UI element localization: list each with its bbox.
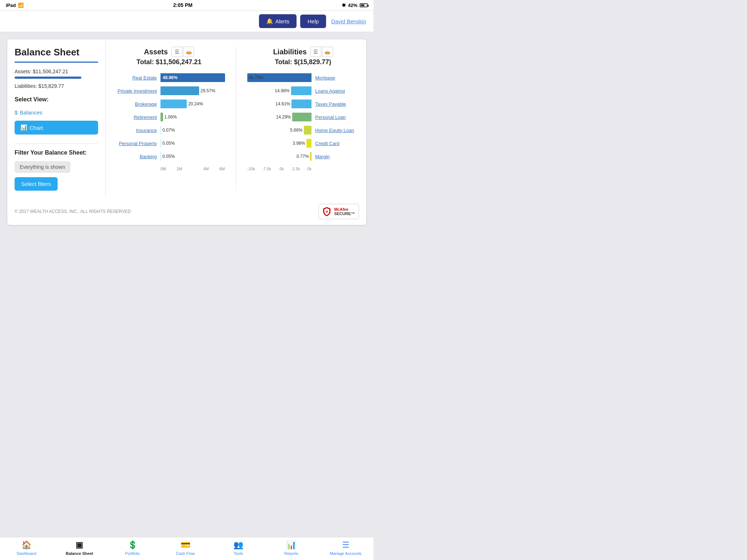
liab-pct-taxes: 14.61% <box>275 101 290 106</box>
mcafee-secure-label: SECURE™ <box>334 211 355 216</box>
status-bar: iPad 📶 2:05 PM ✱ 42% <box>0 0 374 11</box>
liab-bar-loans: 14.96% <box>247 86 312 95</box>
liab-pct-personal-loan: 14.29% <box>276 114 291 120</box>
asset-bar-personal-property: 0.05% <box>160 139 225 148</box>
bluetooth-icon: ✱ <box>342 3 346 8</box>
liab-x-minus10k: -10k <box>247 167 255 171</box>
liab-label-credit-card[interactable]: Credit Card <box>311 141 359 146</box>
chart-label: Chart <box>30 125 43 131</box>
top-nav: 🔔 Alerts Help David Benskin <box>0 11 374 32</box>
asset-pct-retirement: 1.06% <box>165 114 177 120</box>
x-axis-6m: 6M <box>219 167 225 171</box>
liab-label-taxes[interactable]: Taxes Payable <box>311 101 359 107</box>
asset-label-banking[interactable]: Banking <box>113 154 160 159</box>
asset-bar-retirement: 1.06% <box>160 113 225 121</box>
liabilities-list-btn[interactable]: ☰ <box>310 47 321 57</box>
liab-pct-mortgage: 45.73% <box>249 75 264 80</box>
battery-icon <box>360 3 368 7</box>
liab-x-minus7-5k: -7.5k <box>262 167 271 171</box>
table-row: Banking 0.05% <box>113 152 225 161</box>
table-row: 14.96% Loans Against <box>247 86 359 95</box>
user-link[interactable]: David Benskin <box>331 18 366 24</box>
assets-view-btns: ☰ 🥧 <box>171 47 194 57</box>
table-row: Retirement 1.06% <box>113 113 225 121</box>
table-row: 0.77% Margin <box>247 152 359 161</box>
time-display: 2:05 PM <box>173 2 193 8</box>
mcafee-shield-icon: M <box>322 206 331 217</box>
filter-status: Everything is shown <box>15 161 70 173</box>
liab-bar-margin: 0.77% <box>247 152 312 161</box>
table-row: 14.61% Taxes Payable <box>247 100 359 108</box>
asset-bar-real-estate: 48.96% <box>160 73 225 82</box>
liab-x-minus5k: -5k <box>278 167 284 171</box>
sidebar: Balance Sheet Assets: $11,506,247.21 Lia… <box>7 39 106 198</box>
table-row: 3.98% Credit Card <box>247 139 359 148</box>
table-row: Private Investment 29.57% <box>113 86 225 95</box>
liabilities-chart-panel: Liabilities ☰ 🥧 Total: $(15,829.77) 4 <box>247 47 359 191</box>
chart-option-button[interactable]: 📊 Chart <box>15 121 98 135</box>
mcafee-label: McAfee <box>334 207 355 211</box>
select-filters-label: Select filters <box>21 181 51 187</box>
select-filters-button[interactable]: Select filters <box>15 177 58 191</box>
asset-label-real-estate[interactable]: Real Estate <box>113 75 160 81</box>
help-button[interactable]: Help <box>300 15 326 28</box>
table-row: Insurance 0.07% <box>113 126 225 135</box>
table-row: Brokerage 20.24% <box>113 100 225 108</box>
asset-label-private-investment[interactable]: Private Investment <box>113 88 160 94</box>
mcafee-badge: M McAfee SECURE™ <box>318 204 359 219</box>
alerts-label: Alerts <box>275 18 289 24</box>
liab-label-personal-loan[interactable]: Personal Loan <box>311 114 359 120</box>
assets-total: Total: $11,506,247.21 <box>113 58 225 66</box>
card-inner: Balance Sheet Assets: $11,506,247.21 Lia… <box>7 39 366 198</box>
liabilities-bars-container: 45.73% Mortgage 14.96% Loans Against <box>247 73 359 171</box>
assets-summary: Assets: $11,506,247.21 <box>15 69 98 74</box>
select-view-title: Select View: <box>15 96 98 103</box>
assets-chart-btn[interactable]: 🥧 <box>183 47 194 57</box>
asset-pct-banking: 0.05% <box>162 154 175 159</box>
asset-label-personal-property[interactable]: Personal Property <box>113 141 160 146</box>
asset-pct-insurance: 0.07% <box>162 128 175 133</box>
table-row: Personal Property 0.05% <box>113 139 225 148</box>
liab-pct-margin: 0.77% <box>297 154 309 159</box>
table-row: 14.29% Personal Loan <box>247 113 359 121</box>
liab-bar-mortgage: 45.73% <box>247 73 312 82</box>
asset-pct-real-estate: 48.96% <box>160 75 178 80</box>
help-label: Help <box>307 18 319 24</box>
card-footer: © 2017 WEALTH ACCESS, INC., ALL RIGHTS R… <box>7 198 366 225</box>
asset-bar-private-investment: 29.57% <box>160 86 225 95</box>
main-content: Balance Sheet Assets: $11,506,247.21 Lia… <box>0 32 374 232</box>
balance-sheet-card: Balance Sheet Assets: $11,506,247.21 Lia… <box>7 39 366 225</box>
asset-label-retirement[interactable]: Retirement <box>113 114 160 120</box>
liab-label-margin[interactable]: Margin <box>311 154 359 159</box>
liab-pct-credit-card: 3.98% <box>293 141 305 146</box>
liab-label-loans[interactable]: Loans Against <box>311 88 359 94</box>
balances-option[interactable]: $ Balances <box>15 108 98 117</box>
liab-pct-home-equity: 5.66% <box>290 128 302 133</box>
battery-label: 42% <box>348 3 357 8</box>
liabilities-total: Total: $(15,829.77) <box>247 58 359 66</box>
asset-pct-brokerage: 20.24% <box>188 101 203 106</box>
asset-label-insurance[interactable]: Insurance <box>113 128 160 133</box>
liabilities-title: Liabilities <box>273 48 307 56</box>
sidebar-title: Balance Sheet <box>15 47 98 63</box>
table-row: 5.66% Home Equity Loan <box>247 126 359 135</box>
alerts-button[interactable]: 🔔 Alerts <box>259 14 297 28</box>
asset-label-brokerage[interactable]: Brokerage <box>113 101 160 107</box>
x-axis-2m: 2M <box>166 167 193 171</box>
liab-bar-taxes: 14.61% <box>247 100 312 108</box>
chart-bar-icon: 📊 <box>20 124 27 131</box>
liabilities-chart-header: Liabilities ☰ 🥧 <box>247 47 359 57</box>
x-axis-0m: 0M <box>160 167 166 171</box>
liabilities-chart-btn[interactable]: 🥧 <box>322 47 333 57</box>
assets-chart-header: Assets ☰ 🥧 <box>113 47 225 57</box>
device-label: iPad <box>6 3 16 8</box>
liab-bar-personal-loan: 14.29% <box>247 113 312 121</box>
asset-pct-private-investment: 29.57% <box>200 88 215 93</box>
assets-bars-container: Real Estate 48.96% Private Investment <box>113 73 225 171</box>
asset-bar-brokerage: 20.24% <box>160 100 225 108</box>
assets-list-btn[interactable]: ☰ <box>171 47 182 57</box>
x-axis-4m: 4M <box>193 167 219 171</box>
liab-label-home-equity[interactable]: Home Equity Loan <box>311 128 359 133</box>
liab-label-mortgage[interactable]: Mortgage <box>311 75 359 81</box>
liabilities-x-axis: -10k -7.5k -5k -2.5k 0k <box>247 165 359 171</box>
